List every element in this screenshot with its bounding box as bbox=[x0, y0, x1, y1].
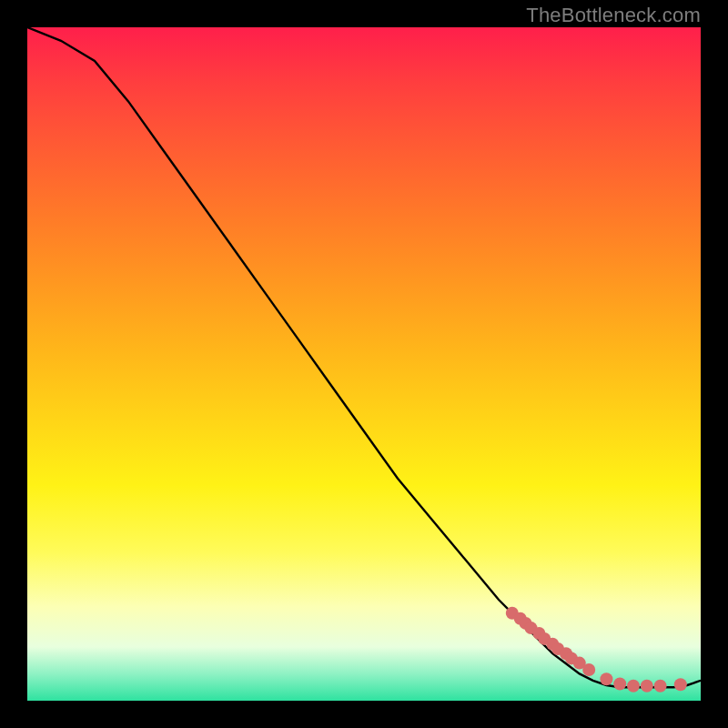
marker-point bbox=[582, 663, 595, 676]
marker-point bbox=[641, 680, 653, 693]
marker-point bbox=[627, 680, 640, 693]
curve-line bbox=[27, 27, 701, 687]
plot-area bbox=[27, 27, 701, 701]
marker-series bbox=[506, 607, 687, 693]
marker-point bbox=[613, 678, 626, 691]
marker-point bbox=[674, 678, 687, 691]
marker-point bbox=[600, 672, 612, 685]
chart-container: TheBottleneck.com bbox=[0, 0, 728, 728]
watermark-text: TheBottleneck.com bbox=[526, 4, 701, 27]
curve-svg bbox=[27, 27, 701, 701]
marker-point bbox=[654, 680, 667, 693]
